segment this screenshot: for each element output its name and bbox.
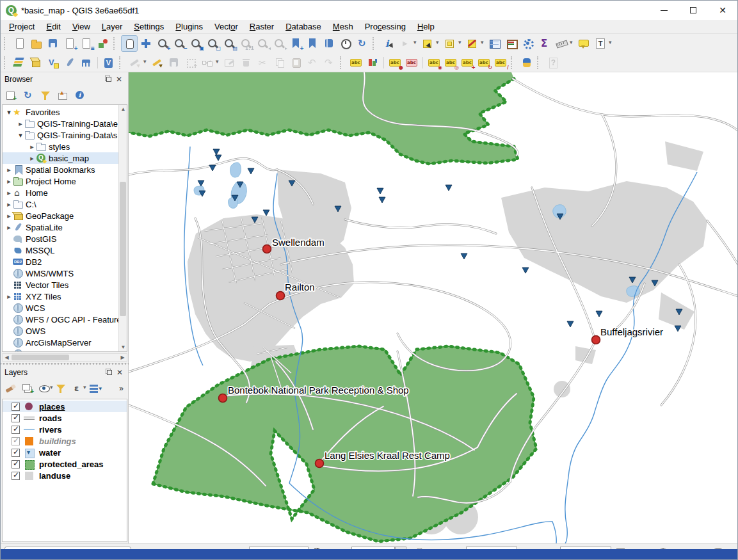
tree-item[interactable]: WFS / OGC API - Feature [3, 314, 118, 325]
cut-features-button[interactable] [255, 54, 271, 71]
save-project-button[interactable] [45, 35, 61, 52]
tree-item[interactable]: WMS/WMTS [3, 268, 118, 279]
layer-item[interactable]: rivers [3, 424, 127, 435]
menu-item[interactable]: Project [3, 20, 40, 34]
delete-selected-button[interactable] [238, 54, 255, 71]
expander-icon[interactable] [28, 143, 36, 151]
redo-button[interactable] [321, 54, 338, 71]
menu-item[interactable]: Plugins [170, 20, 209, 34]
expander-icon[interactable] [5, 177, 13, 186]
refresh-browser-button[interactable] [20, 88, 36, 103]
help-button[interactable] [545, 54, 561, 71]
zoom-next-button[interactable]: ▸ [271, 35, 287, 52]
expander-icon[interactable] [17, 131, 24, 140]
paste-features-button[interactable] [288, 54, 305, 71]
dropdown-arrow-icon[interactable] [143, 54, 149, 71]
toolbar-grip[interactable] [119, 56, 124, 69]
tree-item[interactable]: ArcGisFeatureS [3, 348, 118, 352]
tree-item[interactable]: OWS [3, 325, 118, 337]
measure-button[interactable] [553, 35, 570, 52]
layer-checkbox[interactable] [12, 460, 20, 468]
expander-icon[interactable] [17, 120, 24, 128]
zoom-full-button[interactable]: ▣ [188, 35, 204, 52]
layer-item[interactable]: buildings [3, 435, 127, 447]
browser-float-button[interactable] [104, 75, 114, 84]
deselect-features-button[interactable] [464, 35, 481, 52]
toolbar-grip[interactable] [373, 37, 378, 50]
modify-attributes-button[interactable] [221, 54, 238, 71]
menu-item[interactable]: Mesh [327, 20, 359, 34]
minimize-button[interactable] [649, 1, 678, 20]
add-group-button[interactable] [20, 381, 35, 396]
toolbar-grip[interactable] [4, 56, 9, 69]
layer-item[interactable]: landuse [3, 470, 127, 481]
menu-item[interactable]: Vector [209, 20, 244, 34]
select-features-button[interactable] [419, 35, 436, 52]
open-project-button[interactable] [28, 35, 45, 52]
expander-icon[interactable] [28, 154, 36, 163]
scroll-up-icon[interactable]: ▲ [119, 105, 127, 113]
menu-item[interactable]: View [67, 20, 96, 34]
layer-item[interactable]: protected_areas [3, 458, 127, 470]
collapse-all-button[interactable] [55, 88, 70, 103]
open-layer-styling-button[interactable] [3, 381, 19, 396]
layer-diagram-button[interactable] [364, 54, 381, 71]
toolbar-grip[interactable] [113, 37, 118, 50]
menu-item[interactable]: Processing [359, 20, 412, 34]
bookmark-manager-button[interactable] [321, 35, 337, 52]
run-feature-action-button[interactable] [397, 35, 413, 52]
tree-item[interactable]: styles [3, 141, 118, 152]
layer-labeling-button[interactable] [348, 54, 364, 71]
new-mesh-layer-button[interactable] [78, 54, 95, 71]
save-edits-button[interactable] [166, 54, 182, 71]
tree-item[interactable]: Spatial Bookmarks [3, 164, 118, 175]
tree-item[interactable]: SpatiaLite [3, 221, 118, 233]
toggle-editing-button[interactable] [149, 54, 166, 71]
scroll-thumb[interactable] [12, 355, 69, 360]
tree-item[interactable]: GeoPackage [3, 210, 118, 221]
show-hide-labels-button[interactable]: ◉ [426, 54, 442, 71]
layer-checkbox[interactable] [12, 472, 20, 480]
menu-item[interactable]: Settings [128, 20, 170, 34]
layer-checkbox[interactable] [12, 437, 20, 445]
python-console-button[interactable] [518, 54, 535, 71]
tree-item[interactable]: Favorites [3, 106, 118, 118]
identify-features-button[interactable] [380, 35, 397, 52]
new-geopackage-button[interactable] [28, 54, 45, 71]
pan-to-selection-button[interactable] [138, 35, 154, 52]
change-label-button[interactable]: / [492, 54, 509, 71]
dropdown-arrow-icon[interactable] [413, 35, 419, 52]
dropdown-arrow-icon[interactable] [570, 35, 575, 52]
layer-checkbox[interactable] [12, 403, 20, 411]
dropdown-arrow-icon[interactable] [458, 35, 464, 52]
current-edits-button[interactable] [127, 54, 143, 71]
tree-item[interactable]: C:\ [3, 198, 118, 210]
data-source-manager-button[interactable] [12, 54, 28, 71]
tree-item[interactable]: WCS [3, 302, 118, 314]
layers-close-button[interactable]: ✕ [115, 368, 125, 377]
close-button[interactable]: ✕ [708, 1, 737, 20]
statistical-summary-button[interactable] [536, 35, 553, 52]
expander-icon[interactable] [5, 189, 13, 197]
expander-icon[interactable] [5, 223, 13, 232]
open-attribute-table-button[interactable] [486, 35, 503, 52]
processing-toolbox-button[interactable] [520, 35, 536, 52]
menu-item[interactable]: Raster [244, 20, 280, 34]
zoom-in-button[interactable]: + [154, 35, 171, 52]
zoom-to-selection-button[interactable]: □ [204, 35, 221, 52]
new-spatial-bookmark-button[interactable]: + [287, 35, 304, 52]
add-selected-layers-button[interactable] [3, 88, 19, 103]
pan-map-button[interactable] [121, 35, 138, 52]
expander-icon[interactable] [5, 166, 13, 174]
add-feature-button[interactable] [182, 54, 199, 71]
browser-vscrollbar[interactable]: ▲ ▼ [118, 105, 127, 351]
browser-close-button[interactable]: ✕ [114, 75, 124, 84]
undo-button[interactable] [305, 54, 321, 71]
scroll-thumb[interactable] [120, 182, 126, 316]
show-spatial-bookmarks-button[interactable] [304, 35, 321, 52]
refresh-map-button[interactable] [354, 35, 371, 52]
dropdown-arrow-icon[interactable] [609, 35, 614, 52]
highlight-pinned-labels-button[interactable] [403, 54, 420, 71]
layer-item[interactable]: places [3, 401, 127, 412]
filter-browser-button[interactable] [38, 88, 53, 103]
